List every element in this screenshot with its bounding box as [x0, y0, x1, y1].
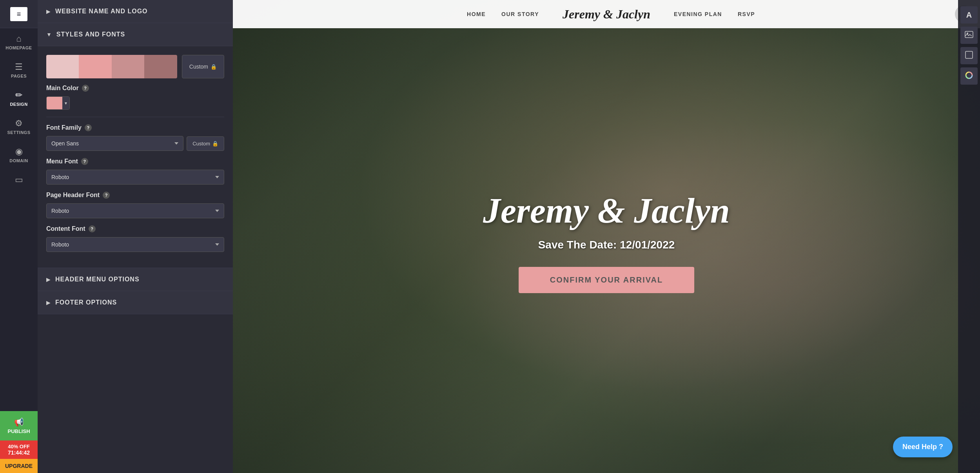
preview-area: HOME OUR STORY Jeremy & Jaclyn EVENING P…: [233, 0, 980, 473]
sidebar-item-design[interactable]: ✏ DESIGN: [0, 85, 38, 113]
main-color-picker[interactable]: ▼: [46, 96, 70, 110]
sidebar-item-settings[interactable]: ⚙ SETTINGS: [0, 113, 38, 141]
shape-tool-icon: [965, 51, 973, 61]
sidebar-item-monitor[interactable]: ▭: [0, 169, 38, 190]
website-name-logo-title: WEBSITE NAME AND LOGO: [55, 8, 148, 15]
header-menu-options-title: HEADER MENU OPTIONS: [55, 276, 140, 283]
menu-font-label: Menu Font ?: [46, 158, 224, 165]
swatch-3: [112, 55, 144, 78]
home-icon: ⌂: [16, 34, 21, 43]
website-name-logo-section[interactable]: ▶ WEBSITE NAME AND LOGO: [38, 0, 233, 23]
nav-link-home[interactable]: HOME: [467, 11, 486, 17]
header-menu-options-section[interactable]: ▶ HEADER MENU OPTIONS: [38, 268, 233, 291]
nav-link-evening[interactable]: EVENING PLAN: [674, 11, 722, 17]
footer-options-title: FOOTER OPTIONS: [55, 299, 117, 306]
text-tool-icon: A: [966, 11, 972, 20]
lock-icon: 🔒: [211, 64, 217, 70]
page-header-font-row: Roboto Open Sans Lato Montserrat: [46, 203, 224, 218]
menu-font-select[interactable]: Roboto Open Sans Lato Montserrat: [46, 170, 224, 185]
page-header-font-field: Page Header Font ? Roboto Open Sans Lato…: [46, 192, 224, 218]
nav-links-right: EVENING PLAN RSVP: [650, 11, 964, 17]
styles-fonts-title: STYLES AND FONTS: [56, 31, 125, 38]
content-font-label: Content Font ?: [46, 225, 224, 232]
design-panel: ▶ WEBSITE NAME AND LOGO ▼ STYLES AND FON…: [38, 0, 233, 473]
divider-1: [46, 117, 224, 117]
settings-label: SETTINGS: [7, 130, 30, 135]
sidebar-logo: ≡: [0, 0, 38, 28]
color-palette-row: Custom 🔒: [46, 55, 224, 78]
discount-percent: 40% OFF: [3, 444, 34, 449]
font-family-select[interactable]: Open Sans Roboto Lato Montserrat Playfai…: [46, 136, 183, 151]
sidebar: ≡ ⌂ HOMEPAGE ☰ PAGES ✏ DESIGN ⚙ SETTINGS…: [0, 0, 38, 473]
upgrade-label: UPGRADE: [5, 463, 33, 469]
menu-font-row: Roboto Open Sans Lato Montserrat: [46, 170, 224, 185]
hero-subtitle: Save The Date: 12/01/2022: [483, 239, 730, 251]
custom-theme-button[interactable]: Custom 🔒: [182, 55, 224, 78]
menu-font-field: Menu Font ? Roboto Open Sans Lato Montse…: [46, 158, 224, 185]
swatch-4: [144, 55, 177, 78]
font-custom-lock-icon: 🔒: [212, 141, 218, 147]
main-color-help-icon[interactable]: ?: [82, 85, 89, 92]
footer-options-section[interactable]: ▶ FOOTER OPTIONS: [38, 291, 233, 314]
content-font-help-icon[interactable]: ?: [89, 225, 96, 232]
shape-tool-button[interactable]: [960, 47, 978, 64]
page-header-font-label: Page Header Font ?: [46, 192, 224, 199]
text-tool-button[interactable]: A: [960, 6, 978, 24]
color-dropdown-chevron: ▼: [62, 97, 69, 109]
font-family-help-icon[interactable]: ?: [85, 124, 92, 131]
image-tool-button[interactable]: [960, 27, 978, 44]
color-tool-button[interactable]: [960, 67, 978, 85]
hero-content: Jeremy & Jaclyn Save The Date: 12/01/202…: [483, 190, 730, 293]
discount-badge: 40% OFF 71:44:42: [0, 440, 38, 459]
domain-label: DOMAIN: [9, 158, 28, 163]
font-family-row: Open Sans Roboto Lato Montserrat Playfai…: [46, 136, 224, 151]
color-tool-icon: [965, 71, 973, 81]
main-color-swatch: [47, 97, 62, 109]
discount-timer: 71:44:42: [3, 449, 34, 456]
font-family-field: Font Family ? Open Sans Roboto Lato Mont…: [46, 124, 224, 151]
styles-fonts-section-header[interactable]: ▼ STYLES AND FONTS: [38, 23, 233, 46]
wedding-nav: HOME OUR STORY Jeremy & Jaclyn EVENING P…: [233, 0, 980, 28]
page-header-font-select[interactable]: Roboto Open Sans Lato Montserrat: [46, 203, 224, 218]
publish-button[interactable]: 📢 PUBLISH: [0, 411, 38, 440]
homepage-label: HOMEPAGE: [5, 45, 32, 50]
page-header-font-help-icon[interactable]: ?: [103, 192, 110, 199]
logo-icon: ≡: [10, 7, 27, 21]
menu-font-help-icon[interactable]: ?: [81, 158, 88, 165]
help-button[interactable]: Need Help ?: [893, 437, 953, 457]
right-tools: A: [958, 0, 980, 473]
content-font-row: Roboto Open Sans Lato Montserrat: [46, 237, 224, 252]
swatch-2: [79, 55, 111, 78]
pages-label: PAGES: [11, 74, 27, 78]
publish-label: PUBLISH: [7, 428, 30, 434]
custom-theme-label: Custom: [189, 63, 208, 70]
pages-icon: ☰: [15, 63, 23, 71]
upgrade-button[interactable]: UPGRADE: [0, 459, 38, 473]
content-font-select[interactable]: Roboto Open Sans Lato Montserrat: [46, 237, 224, 252]
nav-link-our-story[interactable]: OUR STORY: [501, 11, 539, 17]
monitor-icon: ▭: [15, 176, 23, 184]
sidebar-item-pages[interactable]: ☰ PAGES: [0, 56, 38, 85]
content-font-field: Content Font ? Roboto Open Sans Lato Mon…: [46, 225, 224, 252]
design-label: DESIGN: [10, 102, 27, 107]
sidebar-item-domain[interactable]: ◉ DOMAIN: [0, 141, 38, 169]
cta-button[interactable]: CONFIRM YOUR ARRIVAL: [519, 267, 695, 293]
nav-links-left: HOME OUR STORY: [249, 11, 563, 17]
chevron-right-icon-2: ▶: [46, 276, 51, 283]
design-icon: ✏: [15, 91, 22, 100]
logo-symbol: ≡: [17, 11, 21, 18]
chevron-right-icon: ▶: [46, 8, 51, 14]
image-tool-icon: [965, 31, 973, 40]
svg-rect-4: [965, 51, 973, 58]
color-palette[interactable]: [46, 55, 177, 78]
settings-icon: ⚙: [15, 119, 23, 128]
sidebar-item-homepage[interactable]: ⌂ HOMEPAGE: [0, 28, 38, 56]
nav-link-rsvp[interactable]: RSVP: [738, 11, 755, 17]
styles-fonts-content: Custom 🔒 Main Color ? ▼ Font Family ? O: [38, 46, 233, 268]
hero-title: Jeremy & Jaclyn: [483, 190, 730, 231]
domain-icon: ◉: [15, 147, 23, 156]
nav-logo: Jeremy & Jaclyn: [563, 7, 650, 22]
font-family-custom-button[interactable]: Custom 🔒: [187, 136, 224, 151]
chevron-right-icon-3: ▶: [46, 299, 51, 306]
font-family-label: Font Family ?: [46, 124, 224, 131]
